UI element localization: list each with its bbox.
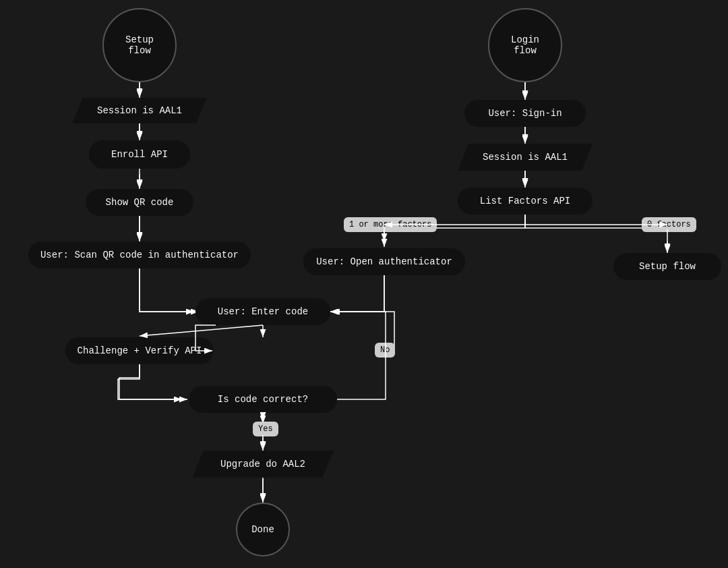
yes-badge: Yes: [253, 422, 278, 436]
setup-flow-top-node: Setup flow: [102, 8, 177, 82]
user-scan-node: User: Scan QR code in authenticator: [28, 242, 251, 268]
challenge-verify-node: Challenge + Verify API: [65, 337, 214, 364]
is-code-correct-node: Is code correct?: [189, 386, 337, 413]
enroll-api-node: Enroll API: [89, 140, 190, 169]
svg-line-21: [140, 325, 263, 336]
arrows-svg-2: [0, 0, 728, 568]
done-node: Done: [236, 503, 290, 557]
diagram: Setup flow Session is AAL1 Enroll API Sh…: [0, 0, 728, 568]
session-aal1-left-node: Session is AAL1: [72, 98, 207, 123]
zero-factors-badge: 0 factors: [642, 217, 696, 232]
arrows-svg: [0, 0, 728, 568]
no-badge: No: [375, 343, 395, 358]
login-flow-top-node: Login flow: [488, 8, 562, 82]
upgrade-aal2-node: Upgrade do AAL2: [192, 451, 334, 478]
setup-flow-right-node: Setup flow: [613, 253, 721, 280]
show-qr-node: Show QR code: [86, 189, 193, 216]
user-signin-node: User: Sign-in: [464, 100, 586, 127]
session-aal1-right-node: Session is AAL1: [458, 144, 593, 171]
one-or-more-factors-badge: 1 or more factors: [344, 217, 437, 232]
list-factors-api-node: List Factors API: [458, 188, 593, 215]
user-enter-code-node: User: Enter code: [195, 298, 330, 325]
user-open-auth-node: User: Open authenticator: [303, 248, 465, 275]
